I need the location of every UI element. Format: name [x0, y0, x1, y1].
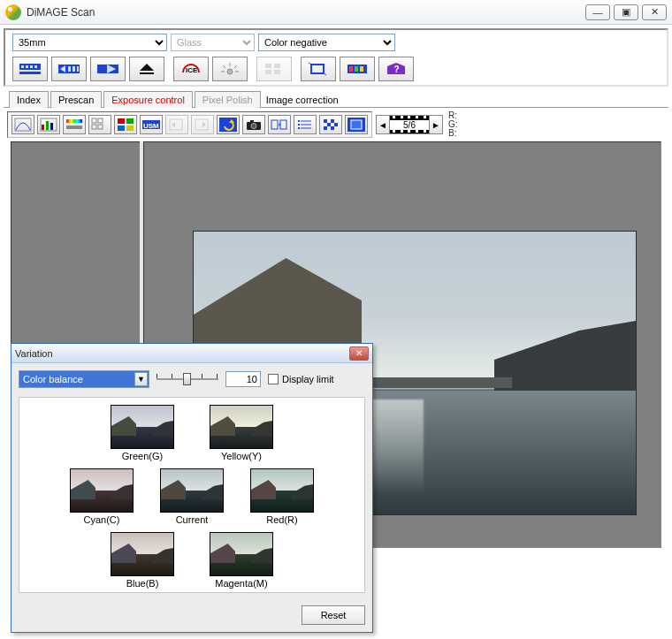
label-yellow: Yellow(Y) — [210, 451, 273, 461]
display-limit-checkbox[interactable]: Display limit — [268, 374, 334, 384]
label-blue: Blue(B) — [111, 578, 174, 589]
thumb-blue[interactable] — [111, 532, 174, 576]
svg-rect-35 — [50, 123, 53, 130]
svg-point-16 — [227, 69, 233, 74]
compare-icon[interactable] — [268, 115, 291, 134]
thumbs-icon[interactable] — [256, 57, 292, 81]
histogram-icon[interactable] — [37, 115, 60, 134]
svg-rect-43 — [118, 118, 125, 124]
titlebar: DiMAGE Scan — ▣ ✕ — [0, 0, 672, 25]
svg-rect-58 — [271, 120, 278, 129]
chevron-down-icon: ▼ — [134, 372, 148, 386]
reset-button-label: Reset — [321, 610, 347, 620]
variation-titlebar[interactable]: Variation ✕ — [11, 344, 372, 363]
film-type-select[interactable]: Color negative — [258, 34, 395, 51]
svg-rect-25 — [274, 70, 280, 74]
thumb-magenta[interactable] — [210, 532, 273, 576]
variation-step-input[interactable] — [225, 371, 261, 387]
display-limit-label: Display limit — [282, 374, 334, 384]
slider-thumb[interactable] — [183, 373, 191, 385]
snapshot-icon[interactable] — [242, 115, 265, 134]
svg-rect-41 — [92, 125, 96, 129]
film-format-select[interactable]: 35mm — [12, 34, 167, 51]
selective-color-icon[interactable] — [114, 115, 137, 134]
svg-line-18 — [223, 65, 225, 68]
filmstrip-nav: ◄ 5/6 ► — [376, 115, 443, 134]
fullscreen-icon[interactable] — [345, 115, 368, 134]
index-scan-icon[interactable] — [12, 57, 48, 81]
svg-rect-26 — [311, 65, 324, 73]
tab-strip: Index Prescan Exposure control Pixel Pol… — [9, 90, 672, 107]
svg-rect-28 — [349, 66, 353, 72]
curves-icon[interactable] — [11, 115, 34, 134]
svg-rect-74 — [351, 120, 362, 129]
variation-mode-select[interactable]: Color balance ▼ — [19, 370, 149, 388]
svg-rect-40 — [98, 118, 103, 123]
svg-rect-22 — [265, 64, 271, 68]
hsl-icon[interactable] — [63, 115, 86, 134]
svg-text:USM: USM — [143, 122, 159, 130]
maximize-button[interactable]: ▣ — [614, 4, 638, 20]
top-options-panel: 35mm Glass Color negative ICE ? — [4, 28, 668, 87]
svg-rect-34 — [46, 121, 49, 130]
svg-marker-60 — [279, 123, 280, 126]
svg-rect-9 — [73, 66, 75, 72]
prev-image-icon[interactable] — [165, 115, 188, 134]
tab-exposure-control[interactable]: Exposure control — [103, 91, 193, 108]
svg-rect-70 — [334, 123, 338, 126]
scan-icon[interactable] — [90, 57, 126, 81]
svg-rect-2 — [21, 65, 24, 68]
crop-icon[interactable] — [301, 57, 336, 81]
svg-rect-23 — [274, 64, 280, 68]
svg-marker-13 — [140, 64, 154, 71]
tab-pixel-polish: Pixel Polish — [195, 91, 261, 108]
svg-rect-67 — [324, 119, 327, 123]
tab-image-correction[interactable]: Image correction — [263, 92, 346, 108]
tab-index[interactable]: Index — [9, 91, 49, 108]
reset-button[interactable]: Reset — [302, 605, 365, 625]
frame-number: 5/6 — [390, 120, 429, 130]
color-icon[interactable] — [340, 57, 375, 81]
svg-rect-8 — [68, 66, 71, 72]
thumb-yellow[interactable] — [210, 405, 273, 449]
thumb-cyan[interactable] — [70, 468, 134, 513]
svg-rect-46 — [126, 126, 134, 131]
thumb-red[interactable] — [250, 468, 314, 513]
thumb-green[interactable] — [111, 405, 174, 449]
svg-rect-3 — [26, 65, 28, 68]
svg-rect-38 — [66, 126, 82, 129]
undo-icon[interactable] — [217, 115, 240, 134]
minimize-button[interactable]: — — [585, 4, 610, 20]
svg-rect-59 — [280, 120, 286, 129]
list-icon[interactable] — [294, 115, 317, 134]
ice-icon[interactable]: ICE — [173, 57, 209, 81]
thumb-current[interactable] — [160, 468, 224, 513]
light-icon[interactable] — [212, 57, 248, 81]
frame-prev-button[interactable]: ◄ — [376, 115, 390, 134]
variation-step-slider[interactable] — [157, 370, 218, 388]
prescan-icon[interactable] — [51, 57, 87, 81]
variation-dialog: Variation ✕ Color balance ▼ Display limi… — [11, 343, 373, 633]
next-image-icon[interactable] — [191, 115, 214, 134]
eject-icon[interactable] — [129, 57, 164, 81]
svg-rect-71 — [324, 126, 327, 130]
checker-icon[interactable] — [319, 115, 342, 134]
svg-rect-14 — [140, 72, 154, 74]
help-icon[interactable]: ? — [378, 57, 414, 81]
svg-rect-39 — [92, 118, 96, 123]
main-toolbar: ICE ? — [12, 57, 660, 81]
svg-rect-45 — [118, 126, 125, 131]
svg-rect-64 — [298, 120, 300, 122]
frame-next-button[interactable]: ► — [429, 115, 443, 134]
variation-close-button[interactable]: ✕ — [349, 346, 369, 361]
svg-point-56 — [251, 124, 256, 129]
svg-line-19 — [234, 65, 237, 68]
holder-select: Glass — [171, 34, 255, 51]
variation-icon[interactable] — [88, 115, 111, 134]
svg-rect-10 — [77, 66, 79, 72]
close-window-button[interactable]: ✕ — [642, 4, 667, 20]
usm-icon[interactable]: USM — [140, 115, 163, 134]
rgb-readout: R: G: B: — [448, 111, 458, 138]
svg-rect-44 — [126, 118, 134, 124]
tab-prescan[interactable]: Prescan — [50, 91, 102, 108]
